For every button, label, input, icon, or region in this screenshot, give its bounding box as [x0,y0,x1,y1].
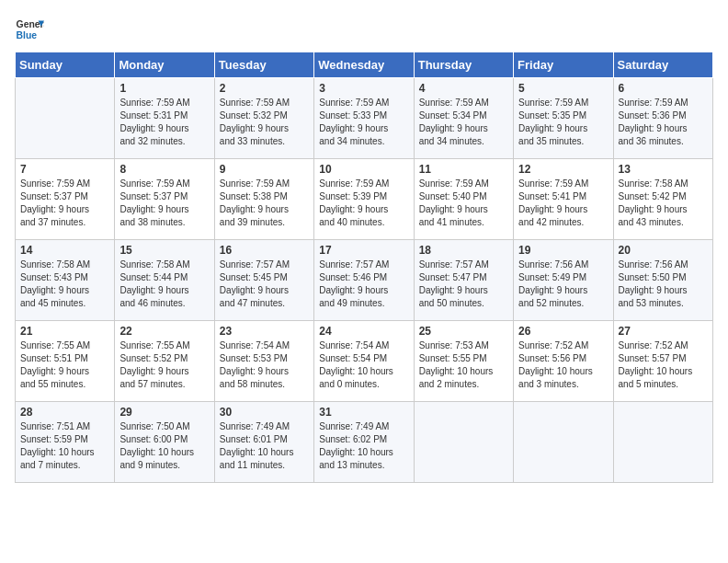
day-number: 23 [220,325,309,338]
calendar-cell: 4Sunrise: 7:59 AM Sunset: 5:34 PM Daylig… [414,78,513,159]
column-header-wednesday: Wednesday [314,52,414,78]
day-number: 21 [20,325,109,338]
calendar-week-3: 14Sunrise: 7:58 AM Sunset: 5:43 PM Dayli… [16,240,713,321]
day-number: 15 [119,244,209,257]
day-number: 3 [319,82,408,95]
calendar-week-1: 1Sunrise: 7:59 AM Sunset: 5:31 PM Daylig… [16,78,713,159]
column-header-tuesday: Tuesday [214,52,313,78]
day-number: 22 [119,325,209,338]
calendar-cell: 5Sunrise: 7:59 AM Sunset: 5:35 PM Daylig… [514,78,613,159]
day-info: Sunrise: 7:59 AM Sunset: 5:39 PM Dayligh… [319,178,408,229]
day-info: Sunrise: 7:57 AM Sunset: 5:46 PM Dayligh… [319,259,408,310]
calendar-cell: 25Sunrise: 7:53 AM Sunset: 5:55 PM Dayli… [414,321,513,402]
day-number: 2 [220,82,309,95]
day-number: 10 [319,163,408,176]
day-info: Sunrise: 7:52 AM Sunset: 5:57 PM Dayligh… [619,339,708,391]
day-number: 4 [419,82,508,95]
day-info: Sunrise: 7:57 AM Sunset: 5:45 PM Dayligh… [220,259,309,310]
logo: General Blue [15,15,44,44]
day-info: Sunrise: 7:59 AM Sunset: 5:37 PM Dayligh… [20,178,109,229]
day-number: 13 [619,163,708,176]
day-info: Sunrise: 7:58 AM Sunset: 5:43 PM Dayligh… [20,259,109,310]
day-info: Sunrise: 7:50 AM Sunset: 6:00 PM Dayligh… [119,420,209,472]
day-info: Sunrise: 7:49 AM Sunset: 6:02 PM Dayligh… [319,420,408,472]
calendar-cell: 15Sunrise: 7:58 AM Sunset: 5:44 PM Dayli… [115,240,214,321]
day-number: 1 [119,82,209,95]
day-info: Sunrise: 7:59 AM Sunset: 5:32 PM Dayligh… [220,97,309,148]
day-number: 24 [319,325,408,338]
day-number: 28 [20,406,109,419]
header: General Blue [15,15,713,44]
calendar-cell: 12Sunrise: 7:59 AM Sunset: 5:41 PM Dayli… [514,159,613,240]
calendar-cell: 29Sunrise: 7:50 AM Sunset: 6:00 PM Dayli… [115,402,214,483]
calendar-cell: 10Sunrise: 7:59 AM Sunset: 5:39 PM Dayli… [314,159,414,240]
day-info: Sunrise: 7:58 AM Sunset: 5:42 PM Dayligh… [619,178,708,229]
day-info: Sunrise: 7:59 AM Sunset: 5:37 PM Dayligh… [119,178,209,229]
day-info: Sunrise: 7:59 AM Sunset: 5:41 PM Dayligh… [518,178,608,229]
calendar-cell: 22Sunrise: 7:55 AM Sunset: 5:52 PM Dayli… [115,321,214,402]
day-number: 19 [518,244,608,257]
day-number: 9 [220,163,309,176]
day-info: Sunrise: 7:57 AM Sunset: 5:47 PM Dayligh… [419,259,508,310]
day-number: 12 [518,163,608,176]
day-info: Sunrise: 7:59 AM Sunset: 5:33 PM Dayligh… [319,97,408,148]
day-number: 5 [518,82,608,95]
calendar-cell [414,402,513,483]
calendar-cell [514,402,613,483]
calendar-week-5: 28Sunrise: 7:51 AM Sunset: 5:59 PM Dayli… [16,402,713,483]
calendar-cell: 20Sunrise: 7:56 AM Sunset: 5:50 PM Dayli… [613,240,712,321]
calendar-cell: 18Sunrise: 7:57 AM Sunset: 5:47 PM Dayli… [414,240,513,321]
calendar-week-2: 7Sunrise: 7:59 AM Sunset: 5:37 PM Daylig… [16,159,713,240]
calendar-cell [16,78,115,159]
svg-text:Blue: Blue [17,30,38,40]
calendar-week-4: 21Sunrise: 7:55 AM Sunset: 5:51 PM Dayli… [16,321,713,402]
day-number: 30 [220,406,309,419]
day-number: 11 [419,163,508,176]
day-number: 26 [518,325,608,338]
calendar-cell: 19Sunrise: 7:56 AM Sunset: 5:49 PM Dayli… [514,240,613,321]
day-info: Sunrise: 7:52 AM Sunset: 5:56 PM Dayligh… [518,339,608,391]
day-info: Sunrise: 7:54 AM Sunset: 5:53 PM Dayligh… [220,339,309,391]
calendar-cell [613,402,712,483]
calendar-cell: 14Sunrise: 7:58 AM Sunset: 5:43 PM Dayli… [16,240,115,321]
column-header-monday: Monday [115,52,214,78]
calendar-cell: 23Sunrise: 7:54 AM Sunset: 5:53 PM Dayli… [214,321,313,402]
day-info: Sunrise: 7:59 AM Sunset: 5:36 PM Dayligh… [619,97,708,148]
day-info: Sunrise: 7:59 AM Sunset: 5:35 PM Dayligh… [518,97,608,148]
day-info: Sunrise: 7:51 AM Sunset: 5:59 PM Dayligh… [20,420,109,472]
day-info: Sunrise: 7:56 AM Sunset: 5:50 PM Dayligh… [619,259,708,310]
day-info: Sunrise: 7:53 AM Sunset: 5:55 PM Dayligh… [419,339,508,391]
day-info: Sunrise: 7:59 AM Sunset: 5:40 PM Dayligh… [419,178,508,229]
day-number: 29 [119,406,209,419]
day-info: Sunrise: 7:59 AM Sunset: 5:38 PM Dayligh… [220,178,309,229]
calendar-cell: 27Sunrise: 7:52 AM Sunset: 5:57 PM Dayli… [613,321,712,402]
logo-icon: General Blue [15,15,44,44]
calendar-cell: 28Sunrise: 7:51 AM Sunset: 5:59 PM Dayli… [16,402,115,483]
day-number: 7 [20,163,109,176]
day-info: Sunrise: 7:54 AM Sunset: 5:54 PM Dayligh… [319,339,408,391]
day-number: 20 [619,244,708,257]
day-info: Sunrise: 7:55 AM Sunset: 5:52 PM Dayligh… [119,339,209,391]
day-info: Sunrise: 7:59 AM Sunset: 5:34 PM Dayligh… [419,97,508,148]
day-number: 27 [619,325,708,338]
day-info: Sunrise: 7:56 AM Sunset: 5:49 PM Dayligh… [518,259,608,310]
day-info: Sunrise: 7:55 AM Sunset: 5:51 PM Dayligh… [20,339,109,391]
day-number: 17 [319,244,408,257]
day-number: 8 [119,163,209,176]
day-info: Sunrise: 7:49 AM Sunset: 6:01 PM Dayligh… [220,420,309,472]
calendar-cell: 17Sunrise: 7:57 AM Sunset: 5:46 PM Dayli… [314,240,414,321]
calendar-cell: 2Sunrise: 7:59 AM Sunset: 5:32 PM Daylig… [214,78,313,159]
column-header-friday: Friday [514,52,613,78]
day-number: 6 [619,82,708,95]
calendar-cell: 6Sunrise: 7:59 AM Sunset: 5:36 PM Daylig… [613,78,712,159]
day-number: 14 [20,244,109,257]
day-number: 18 [419,244,508,257]
header-row: SundayMondayTuesdayWednesdayThursdayFrid… [16,52,713,78]
calendar-cell: 13Sunrise: 7:58 AM Sunset: 5:42 PM Dayli… [613,159,712,240]
day-info: Sunrise: 7:58 AM Sunset: 5:44 PM Dayligh… [119,259,209,310]
calendar-cell: 11Sunrise: 7:59 AM Sunset: 5:40 PM Dayli… [414,159,513,240]
column-header-saturday: Saturday [613,52,712,78]
day-number: 16 [220,244,309,257]
calendar-cell: 30Sunrise: 7:49 AM Sunset: 6:01 PM Dayli… [214,402,313,483]
calendar-cell: 16Sunrise: 7:57 AM Sunset: 5:45 PM Dayli… [214,240,313,321]
